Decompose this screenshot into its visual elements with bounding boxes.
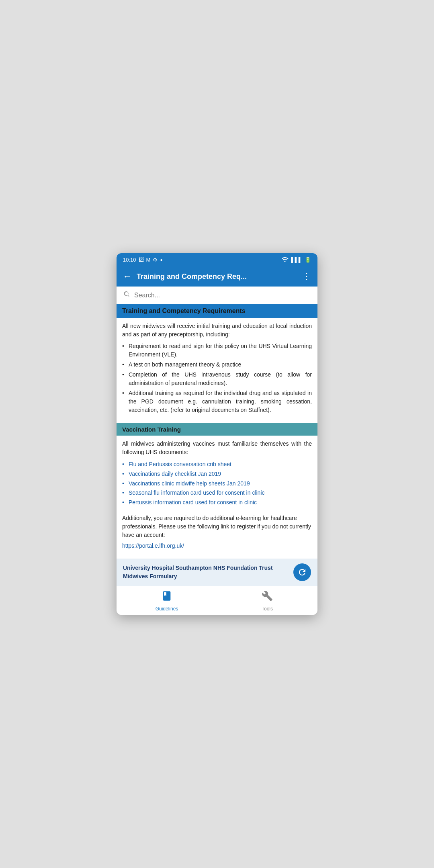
footer-text-block: University Hospital Southampton NHS Foun… <box>123 564 273 581</box>
links-list: Flu and Pertussis conversation crib shee… <box>117 457 317 511</box>
vaccination-heading: Vaccination Training <box>117 423 317 436</box>
more-menu-button[interactable]: ⋮ <box>302 271 311 282</box>
link-seasonal-flu[interactable]: Seasonal flu information card used for c… <box>129 489 265 496</box>
intro-text: All new midwives will receive initial tr… <box>117 322 317 339</box>
vaccination-text: All midwives administering vaccines must… <box>117 440 317 457</box>
list-item: Seasonal flu information card used for c… <box>122 488 312 498</box>
main-content: Training and Competency Requirements All… <box>117 304 317 559</box>
list-item: Flu and Pertussis conversation crib shee… <box>122 460 312 469</box>
bottom-nav: Guidelines Tools <box>117 586 317 615</box>
list-item: Completion of the UHS intravenous study … <box>122 371 312 387</box>
back-button[interactable]: ← <box>123 271 132 282</box>
app-bar-title: Training and Competency Req... <box>137 272 297 281</box>
guidelines-icon <box>161 590 172 604</box>
nav-item-tools[interactable]: Tools <box>217 586 317 615</box>
list-item: Vaccinations clinic midwife help sheets … <box>122 479 312 489</box>
battery-icon: 🔋 <box>305 257 311 263</box>
formulary-name: Midwives Formulary <box>123 572 273 581</box>
gmail-icon: M <box>146 257 151 263</box>
list-item: Vaccinations daily checklist Jan 2019 <box>122 469 312 479</box>
settings-icon: ⚙ <box>153 257 158 263</box>
org-name: University Hospital Southampton NHS Foun… <box>123 564 273 572</box>
list-item: Pertussis information card used for cons… <box>122 498 312 508</box>
guidelines-label: Guidelines <box>156 606 178 612</box>
status-right: ▌▌▌ 🔋 <box>281 256 311 263</box>
link-vaccinations-checklist[interactable]: Vaccinations daily checklist Jan 2019 <box>129 471 221 477</box>
wifi-icon <box>281 256 289 263</box>
link-pertussis[interactable]: Pertussis information card used for cons… <box>129 499 257 506</box>
requirements-list: Requirement to read and sign for this po… <box>117 339 317 419</box>
additional-text: Additionally, you are required to do add… <box>117 511 317 542</box>
time-display: 10:10 <box>123 257 136 263</box>
link-vaccinations-clinic[interactable]: Vaccinations clinic midwife help sheets … <box>129 480 250 487</box>
status-left: 10:10 🖼 M ⚙ ● <box>123 257 162 263</box>
list-item: A test on both management theory & pract… <box>122 360 312 369</box>
signal-icon: ▌▌▌ <box>291 257 302 263</box>
main-heading: Training and Competency Requirements <box>117 304 317 318</box>
phone-frame: 10:10 🖼 M ⚙ ● ▌▌▌ 🔋 ← Training and Compe… <box>117 253 317 615</box>
search-icon <box>123 291 130 300</box>
list-item: Requirement to read and sign for this po… <box>122 342 312 359</box>
list-item: Additional training as required for the … <box>122 389 312 414</box>
tools-icon <box>262 590 273 604</box>
search-bar <box>117 287 317 304</box>
url-link[interactable]: https://portal.e.lfh.org.uk/ <box>117 542 317 549</box>
nav-item-guidelines[interactable]: Guidelines <box>117 586 217 615</box>
dot-icon: ● <box>160 258 162 262</box>
status-bar: 10:10 🖼 M ⚙ ● ▌▌▌ 🔋 <box>117 253 317 266</box>
tools-label: Tools <box>262 606 273 612</box>
gallery-icon: 🖼 <box>139 257 144 263</box>
refresh-button[interactable] <box>293 563 311 581</box>
app-bar: ← Training and Competency Req... ⋮ <box>117 266 317 287</box>
footer-info: University Hospital Southampton NHS Foun… <box>117 559 317 586</box>
search-input[interactable] <box>134 292 311 299</box>
link-flu-crib[interactable]: Flu and Pertussis conversation crib shee… <box>129 461 231 467</box>
